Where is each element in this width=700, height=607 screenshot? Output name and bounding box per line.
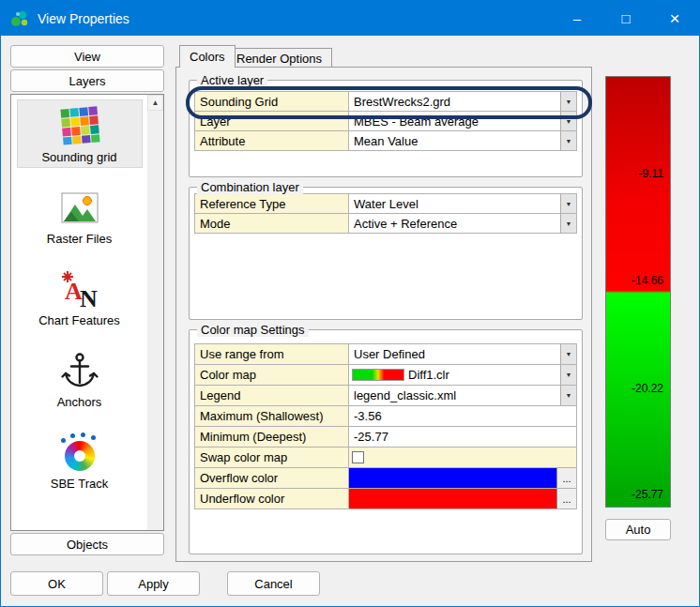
scroll-up-icon[interactable]: ▲ — [147, 95, 163, 111]
group-title-combination-layer: Combination layer — [197, 180, 303, 194]
property-label: Minimum (Deepest) — [195, 427, 349, 447]
objects-button[interactable]: Objects — [10, 533, 164, 555]
dropdown-value: Diff1.clr — [408, 368, 449, 382]
property-label: Reference Type — [195, 194, 349, 213]
property-label: Sounding Grid — [195, 92, 349, 111]
ok-button[interactable]: OK — [10, 571, 103, 596]
list-item-label: Raster Files — [47, 232, 112, 246]
use-range-from-row: Use range from User Defined ▼ — [194, 343, 577, 365]
mode-dropdown[interactable]: Active + Reference ▼ — [349, 214, 576, 233]
sbe-track-icon — [59, 432, 100, 473]
list-item-label: Chart Features — [38, 313, 120, 327]
auto-button[interactable]: Auto — [605, 519, 671, 540]
property-label: Attribute — [195, 131, 349, 150]
chevron-down-icon[interactable]: ▼ — [560, 194, 576, 213]
dropdown-value: Active + Reference — [349, 217, 457, 231]
layers-list-items: Sounding grid Raster Files A — [11, 95, 147, 530]
group-combination-layer: Combination layer Reference Type Water L… — [189, 187, 583, 320]
colorbar-tick-label: -14.66 — [632, 274, 663, 287]
cancel-button[interactable]: Cancel — [227, 571, 320, 596]
dropdown-value: User Defined — [349, 347, 425, 361]
list-item-chart-features[interactable]: A N Chart Features — [17, 263, 143, 331]
list-item-label: Sounding grid — [41, 150, 116, 164]
list-scrollbar[interactable]: ▲ — [147, 95, 163, 530]
overflow-color-cell: ... — [349, 468, 576, 488]
svg-text:N: N — [80, 285, 98, 310]
color-map-row: Color map Diff1.clr ▼ — [194, 364, 577, 386]
minimum-deepest-row: Minimum (Deepest) — [194, 426, 577, 448]
titlebar[interactable]: View Properties – □ × — [1, 1, 699, 36]
property-label: Underflow color — [195, 489, 349, 508]
chevron-down-icon[interactable]: ▼ — [560, 214, 576, 233]
attribute-dropdown[interactable]: Mean Value ▼ — [349, 131, 576, 150]
reference-type-dropdown[interactable]: Water Level ▼ — [349, 194, 576, 213]
property-label: Legend — [195, 386, 349, 405]
layers-list: Sounding grid Raster Files A — [10, 94, 164, 531]
sounding-grid-icon — [59, 105, 100, 146]
chevron-down-icon[interactable]: ▼ — [560, 344, 576, 364]
layer-dropdown[interactable]: MBES - Beam average ▼ — [349, 112, 576, 130]
layer-row: Layer MBES - Beam average ▼ — [194, 111, 577, 131]
swap-color-map-row: Swap color map — [194, 447, 577, 468]
underflow-color-browse-button[interactable]: ... — [557, 489, 576, 508]
legend-dropdown[interactable]: legend_classic.xml ▼ — [349, 386, 576, 405]
color-legend-bar: -9.11 -14.66 -20.22 -25.77 — [605, 76, 671, 508]
overflow-color-row: Overflow color ... — [194, 467, 577, 489]
close-button[interactable]: × — [650, 1, 699, 36]
tab-colors[interactable]: Colors — [179, 45, 236, 68]
colorbar-tick-label: -25.77 — [632, 488, 663, 501]
chevron-down-icon[interactable]: ▼ — [560, 386, 576, 405]
maximum-shallowest-input[interactable] — [349, 406, 576, 426]
overflow-color-swatch[interactable] — [349, 468, 557, 488]
chevron-down-icon[interactable]: ▼ — [560, 365, 576, 385]
app-icon — [9, 8, 30, 29]
view-properties-dialog: View Properties – □ × View Layers Soundi… — [0, 0, 700, 607]
list-item-raster-files[interactable]: Raster Files — [17, 181, 143, 250]
group-title-color-map-settings: Color map Settings — [197, 323, 309, 337]
group-title-active-layer: Active layer — [197, 73, 267, 87]
list-item-label: SBE Track — [51, 477, 108, 491]
group-color-map-settings: Color map Settings Use range from User D… — [189, 329, 583, 554]
colorbar-tick-label: -20.22 — [632, 382, 663, 395]
maximize-button[interactable]: □ — [601, 1, 650, 36]
apply-button[interactable]: Apply — [107, 571, 200, 596]
sounding-grid-dropdown[interactable]: BrestWrecks2.grd ▼ — [349, 92, 576, 111]
list-item-anchors[interactable]: Anchors — [17, 344, 143, 413]
attribute-row: Attribute Mean Value ▼ — [194, 130, 577, 151]
use-range-from-dropdown[interactable]: User Defined ▼ — [349, 344, 576, 364]
view-button[interactable]: View — [10, 45, 164, 68]
layers-button[interactable]: Layers — [10, 69, 164, 92]
color-map-settings-table: Use range from User Defined ▼ Color map … — [194, 344, 577, 509]
chevron-down-icon[interactable]: ▼ — [560, 112, 576, 130]
list-item-label: Anchors — [57, 395, 102, 409]
property-label: Layer — [195, 112, 349, 130]
maximum-shallowest-cell — [349, 406, 576, 426]
list-item-sbe-track[interactable]: SBE Track — [17, 426, 143, 494]
minimize-button[interactable]: – — [553, 1, 601, 36]
dropdown-value: BrestWrecks2.grd — [349, 95, 450, 109]
legend-row: Legend legend_classic.xml ▼ — [194, 385, 577, 406]
minimum-deepest-cell — [349, 427, 576, 447]
minimum-deepest-input[interactable] — [349, 427, 576, 447]
underflow-color-swatch[interactable] — [349, 489, 557, 508]
list-item-sounding-grid[interactable]: Sounding grid — [17, 99, 143, 168]
swap-color-map-checkbox[interactable] — [352, 451, 364, 463]
underflow-color-row: Underflow color ... — [194, 488, 577, 509]
dropdown-value: legend_classic.xml — [349, 388, 456, 402]
color-map-dropdown[interactable]: Diff1.clr ▼ — [349, 365, 576, 385]
combination-layer-table: Reference Type Water Level ▼ Mode Active… — [194, 194, 577, 234]
chevron-down-icon[interactable]: ▼ — [560, 131, 576, 150]
dropdown-value: MBES - Beam average — [349, 114, 479, 129]
chevron-down-icon[interactable]: ▼ — [560, 92, 576, 111]
overflow-color-browse-button[interactable]: ... — [557, 468, 576, 488]
window-title: View Properties — [38, 11, 129, 26]
active-layer-table: Sounding Grid BrestWrecks2.grd ▼ Layer M… — [194, 92, 577, 151]
tab-render-options[interactable]: Render Options — [226, 48, 332, 68]
reference-type-row: Reference Type Water Level ▼ — [194, 193, 577, 214]
maximum-shallowest-row: Maximum (Shallowest) — [194, 405, 577, 427]
group-active-layer: Active layer Sounding Grid BrestWrecks2.… — [189, 80, 583, 177]
property-label: Use range from — [195, 344, 349, 364]
sounding-grid-row: Sounding Grid BrestWrecks2.grd ▼ — [194, 91, 577, 112]
colorbar-tick-label: -9.11 — [639, 167, 663, 180]
anchor-icon — [59, 350, 100, 391]
